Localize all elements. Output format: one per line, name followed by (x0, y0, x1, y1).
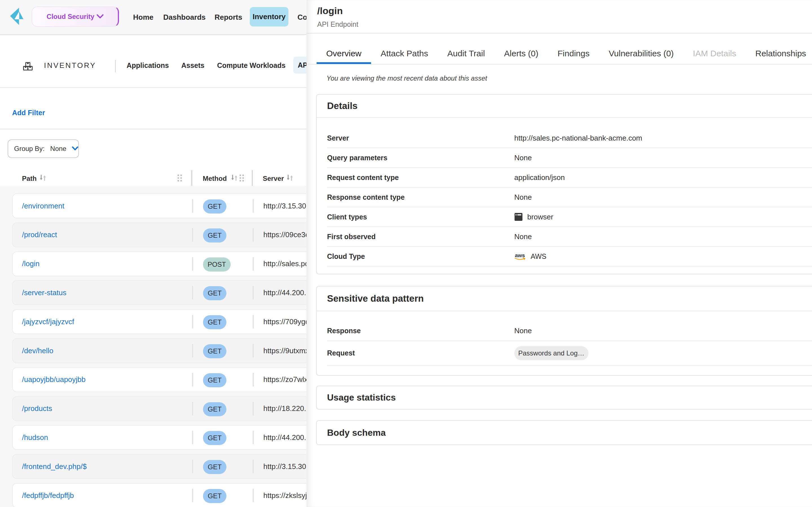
svg-text:aws: aws (515, 252, 525, 258)
